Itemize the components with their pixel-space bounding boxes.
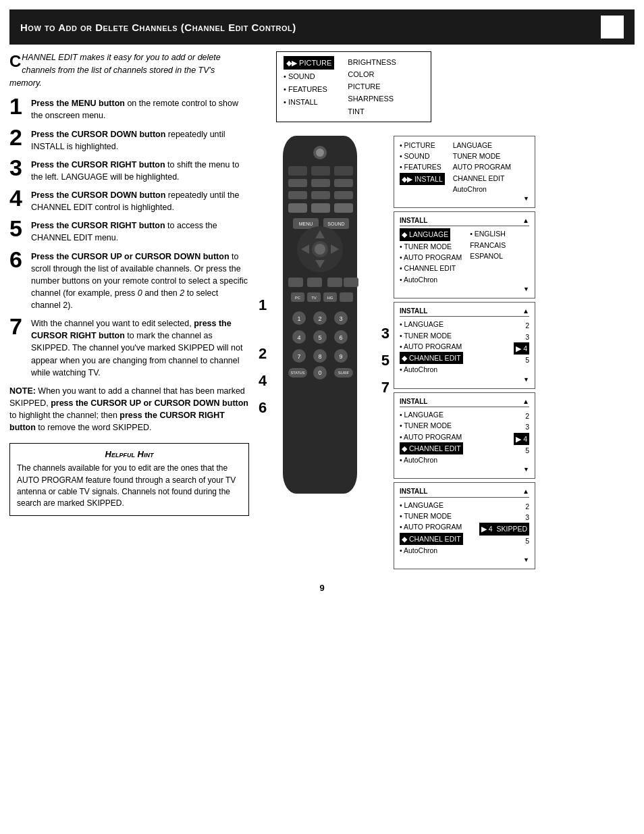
- menu-item-features: • FEATURES: [284, 83, 334, 95]
- svg-rect-7: [311, 179, 330, 187]
- p2-espanol: ESPANOL: [470, 251, 506, 261]
- page-title: How to Add or Delete Channels (Channel E…: [20, 22, 296, 33]
- svg-rect-12: [288, 203, 307, 213]
- step-5-text: Press the CURSOR RIGHT button to access …: [31, 219, 249, 244]
- p1-r4: CHANNEL EDIT: [453, 173, 511, 184]
- p1-picture: • PICTURE: [400, 140, 445, 151]
- panel-5: INSTALL▲ • LANGUAGE • TUNER MODE • AUTO …: [394, 482, 535, 569]
- p5-v4: 5: [479, 536, 529, 546]
- svg-text:TV: TV: [311, 296, 317, 300]
- p4-v4: 5: [514, 445, 529, 456]
- p1-r3: AUTO PROGRAM: [453, 161, 511, 172]
- menu-col2-brightness: BRIGHTNESS: [348, 56, 396, 68]
- svg-text:SURF: SURF: [338, 371, 350, 375]
- svg-text:8: 8: [318, 353, 321, 360]
- p4-auto: • AUTO PROGRAM: [400, 432, 463, 442]
- svg-rect-26: [288, 278, 303, 287]
- svg-point-2: [316, 149, 324, 157]
- step-1-text: Press the MENU button on the remote cont…: [31, 97, 249, 122]
- p3-channel: ◆ CHANNEL EDIT: [400, 352, 463, 364]
- menu-item-install: • INSTALL: [284, 96, 334, 108]
- p2-francais: FRANCAIS: [470, 240, 506, 251]
- remote-svg: MENU SOUND: [256, 129, 384, 507]
- panels-column: • PICTURE • SOUND • FEATURES ◆▶ INSTALL …: [394, 136, 535, 569]
- p1-r5: AutoChron: [453, 184, 511, 194]
- svg-rect-11: [334, 191, 353, 199]
- step-5: 5 Press the CURSOR RIGHT button to acces…: [9, 219, 249, 244]
- svg-text:4: 4: [297, 334, 300, 341]
- svg-text:HG: HG: [327, 296, 333, 300]
- svg-rect-9: [288, 191, 307, 199]
- svg-text:MENU: MENU: [299, 221, 313, 226]
- page-header: How to Add or Delete Channels (Channel E…: [9, 9, 635, 45]
- panel-2: INSTALL▲ ◆ LANGUAGE • TUNER MODE • AUTO …: [394, 211, 535, 298]
- svg-rect-27: [307, 278, 322, 287]
- p5-autochron: • AutoChron: [400, 545, 463, 556]
- p5-auto: • AUTO PROGRAM: [400, 521, 463, 532]
- svg-text:SOUND: SOUND: [327, 221, 344, 226]
- p5-v2: 3: [479, 512, 529, 523]
- drop-cap: C: [9, 53, 21, 70]
- p5-channel: ◆ CHANNEL EDIT: [400, 533, 463, 545]
- step-6-number: 6: [9, 248, 27, 271]
- svg-text:5: 5: [318, 334, 321, 341]
- step-3-number: 3: [9, 156, 27, 179]
- p4-v2: 3: [514, 421, 529, 432]
- step-label-2: 2: [259, 345, 267, 363]
- p3-v2: 3: [514, 332, 529, 342]
- menu-col-2: BRIGHTNESS COLOR PICTURE SHARPNESS TINT: [348, 56, 396, 118]
- step-2-text: Press the CURSOR DOWN button repeatedly …: [31, 128, 249, 153]
- step-3: 3 Press the CURSOR RIGHT button to shift…: [9, 159, 249, 183]
- menu-diagram-top: ◆▶ PICTURE • SOUND • FEATURES • INSTALL …: [276, 51, 431, 122]
- menu-item-sound: • SOUND: [284, 70, 334, 82]
- step-1-number: 1: [9, 95, 27, 118]
- step-1: 1 Press the MENU button on the remote co…: [9, 97, 249, 122]
- step-5-number: 5: [9, 217, 27, 240]
- svg-text:STATUS: STATUS: [291, 371, 305, 375]
- helpful-hint-box: Helpful Hint The channels available for …: [9, 443, 249, 516]
- svg-rect-28: [327, 278, 342, 287]
- p1-install: ◆▶ INSTALL: [400, 173, 445, 185]
- p1-sound: • SOUND: [400, 151, 445, 161]
- p3-auto: • AUTO PROGRAM: [400, 341, 463, 352]
- p3-v4: 5: [514, 355, 529, 365]
- svg-text:0: 0: [318, 369, 321, 376]
- page-number: 9: [0, 583, 644, 593]
- menu-item-picture-highlighted: ◆▶ PICTURE: [284, 56, 334, 70]
- svg-text:1: 1: [297, 315, 300, 322]
- panel-1: • PICTURE • SOUND • FEATURES ◆▶ INSTALL …: [394, 136, 535, 208]
- note-section: NOTE: When you want to add a channel tha…: [9, 385, 249, 434]
- panel-4: INSTALL▲ • LANGUAGE • TUNER MODE • AUTO …: [394, 392, 535, 479]
- p4-v3: ▶ 4: [514, 433, 529, 445]
- helpful-hint-title: Helpful Hint: [17, 449, 242, 459]
- header-icon: ✎: [601, 16, 624, 38]
- p3-autochron: • AutoChron: [400, 364, 463, 375]
- p5-v1: 2: [479, 501, 529, 512]
- p5-v3: ▶ 4 SKIPPED: [479, 523, 529, 535]
- svg-rect-5: [334, 166, 353, 176]
- step-4-number: 4: [9, 186, 27, 209]
- step-7-number: 7: [9, 315, 27, 338]
- menu-col2-sharpness: SHARPNESS: [348, 93, 396, 105]
- svg-rect-33: [340, 292, 353, 302]
- p4-tuner: • TUNER MODE: [400, 420, 463, 431]
- step-4: 4 Press the CURSOR DOWN button repeatedl…: [9, 189, 249, 213]
- step-label-1: 1: [259, 296, 267, 314]
- p2-auto: • AUTO PROGRAM: [400, 252, 462, 263]
- p2-channel: • CHANNEL EDIT: [400, 263, 462, 273]
- menu-col2-color: COLOR: [348, 68, 396, 80]
- svg-rect-3: [288, 166, 307, 176]
- p4-channel: ◆ CHANNEL EDIT: [400, 442, 463, 454]
- p1-r1: LANGUAGE: [453, 140, 511, 151]
- svg-rect-6: [288, 179, 307, 187]
- svg-point-25: [315, 244, 325, 255]
- step-label-6: 6: [259, 399, 267, 417]
- step-7: 7 With the channel you want to edit sele…: [9, 317, 249, 379]
- svg-rect-29: [344, 278, 358, 287]
- step-label-4: 4: [259, 372, 267, 390]
- step-label-5: 5: [381, 352, 390, 369]
- svg-rect-14: [334, 203, 353, 213]
- step-label-3: 3: [381, 325, 390, 342]
- panel-3: INSTALL▲ • LANGUAGE • TUNER MODE • AUTO …: [394, 302, 535, 389]
- step-6: 6 Press the CURSOR UP or CURSOR DOWN but…: [9, 251, 249, 312]
